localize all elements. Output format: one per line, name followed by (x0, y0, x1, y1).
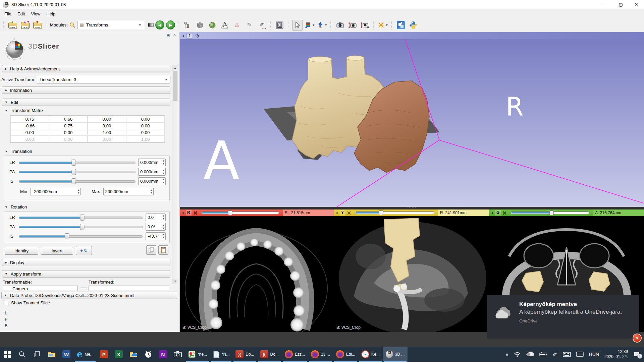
spinner-arrows-icon[interactable]: ▲▼ (162, 233, 165, 239)
min-spinbox[interactable]: -200.000mm▲▼ (31, 188, 81, 195)
yellow-slice-image[interactable]: B: VCS_Crop (334, 216, 489, 332)
matrix-cell[interactable]: 0.00 (88, 116, 126, 122)
transform-matrix-table[interactable]: 0.75 0.66 0.00 0.00 -0.66 0.75 0.00 0.00… (10, 115, 165, 143)
transform-matrix-group[interactable]: ▼ Transform Matrix (5, 108, 44, 113)
extensions-manager-button[interactable] (395, 20, 406, 31)
translation-lr-spinbox[interactable]: 0.000mm▲▼ (138, 159, 166, 166)
slice-pane-red[interactable]: ◄ R S: -21.815mm B: VCS_Cro (180, 209, 334, 332)
matrix-cell[interactable]: 1.00 (88, 129, 126, 136)
pin-icon[interactable]: ◄ (181, 211, 184, 215)
minimize-button[interactable]: — (598, 0, 613, 9)
close-button[interactable]: ✕ (629, 0, 644, 9)
panel-scrollbar[interactable]: ▲ ▼ (172, 65, 178, 284)
modules-history-icon[interactable] (148, 23, 154, 27)
spinner-arrows-icon[interactable]: ▲▼ (77, 188, 80, 194)
spinner-arrows-icon[interactable]: ▲▼ (150, 188, 153, 194)
paste-transform-button[interactable] (158, 245, 168, 255)
rotation-is-slider[interactable] (19, 233, 143, 239)
matrix-cell[interactable]: 0.00 (10, 129, 49, 136)
models-module-button[interactable] (207, 20, 218, 31)
start-button[interactable] (0, 347, 15, 362)
matrix-cell[interactable]: 0.75 (49, 122, 88, 129)
capture-view-button[interactable] (335, 20, 345, 31)
menu-file[interactable]: File (1, 10, 14, 17)
red-slice-offset-slider[interactable] (201, 210, 279, 215)
tray-chevron-icon[interactable]: ∧ (505, 352, 509, 357)
notepad-window-button[interactable]: *N... (210, 347, 232, 362)
spinner-arrows-icon[interactable]: ▲▼ (162, 169, 165, 175)
display-section[interactable]: ▶ Display (2, 259, 170, 266)
task-view-button[interactable] (30, 347, 44, 362)
apply-transform-section[interactable]: ▼ Apply transform (2, 270, 170, 278)
touch-keyboard-icon[interactable] (563, 352, 571, 357)
invert-button[interactable]: Invert (41, 247, 73, 255)
matrix-cell[interactable]: -0.66 (10, 122, 49, 129)
pin-icon[interactable]: ◄ (181, 34, 184, 38)
module-search-icon[interactable] (69, 22, 75, 28)
data-probe-section[interactable]: ▼ Data Probe: D:/Downloads/Varga Csill..… (1, 292, 177, 299)
firefox-window-button-2[interactable]: 13 ... (308, 347, 333, 362)
powerpoint-button[interactable]: P (97, 347, 111, 362)
markups-module-button[interactable]: ✳✳✳ (232, 20, 243, 31)
spinner-arrows-icon[interactable]: ▲▼ (162, 159, 165, 165)
spinner-arrows-icon[interactable]: ▲▼ (162, 178, 165, 184)
translation-is-spinbox[interactable]: 0.000mm▲▼ (138, 177, 166, 185)
scroll-up-icon[interactable]: ▲ (172, 65, 178, 70)
onenote-button[interactable]: N (156, 347, 170, 362)
transformed-list[interactable] (89, 286, 169, 291)
transformable-list[interactable]: Camera (3, 286, 78, 291)
active-transform-selector[interactable]: LinearTransform_3 ▼ (37, 76, 170, 83)
capture-settings-button[interactable] (360, 20, 370, 31)
matrix-cell[interactable]: 0.00 (126, 122, 165, 129)
wifi-icon[interactable] (514, 352, 521, 357)
translation-is-slider[interactable] (19, 178, 136, 184)
window-level-tool-button[interactable]: ▼ (305, 20, 315, 31)
view3d-viewport[interactable]: A R (180, 39, 644, 207)
scrollbar-thumb[interactable] (173, 71, 177, 101)
show-module-finder-button[interactable] (182, 20, 193, 31)
battery-icon[interactable] (539, 352, 547, 357)
edit-section[interactable]: ▼ Edit (2, 99, 170, 106)
volumes-module-button[interactable] (195, 20, 205, 31)
slicer-window-button[interactable]: 3D ... (383, 347, 408, 362)
place-markup-button[interactable]: ▼ (317, 20, 328, 31)
translation-group[interactable]: ▼ Translation (5, 149, 32, 154)
onedrive-notification[interactable]: Képernyőkép mentve A képernyőkép felkerü… (487, 295, 639, 339)
firefox-window-button-1[interactable]: Ezz... (282, 347, 308, 362)
translation-pa-spinbox[interactable]: 0.000mm▲▼ (138, 168, 166, 176)
matrix-cell[interactable]: 0.66 (49, 116, 88, 122)
capture-sequence-button[interactable] (347, 20, 358, 31)
excel-button[interactable]: X (111, 347, 126, 362)
annotation-tool-button[interactable]: ✐ ●●● (257, 20, 267, 31)
yellow-slice-bar[interactable]: ◄ Y R: 241.901mm (334, 209, 489, 216)
save-button[interactable]: ▼SAVE (32, 20, 43, 31)
onedrive-tray-icon[interactable] (526, 352, 534, 357)
information-section[interactable]: ▶ Information (2, 86, 170, 94)
capture-close-button[interactable]: ✕ (633, 334, 642, 343)
python-console-button[interactable] (408, 20, 419, 31)
matrix-cell[interactable]: 0.00 (88, 122, 126, 129)
rotation-group[interactable]: ▼ Rotation (5, 204, 27, 209)
translation-pa-slider[interactable] (19, 169, 136, 175)
action-center-button[interactable]: 1 (633, 351, 640, 357)
rotation-is-spinbox[interactable]: -43.7°▲▼ (146, 232, 166, 240)
slice-pane-yellow[interactable]: ◄ Y R: 241.901mm B: VCS_Crop (334, 209, 489, 332)
translation-lr-slider[interactable] (19, 160, 136, 166)
rotation-lr-slider[interactable] (19, 215, 143, 221)
rotation-pa-slider[interactable] (19, 224, 143, 230)
pen-icon[interactable]: ✐ (552, 351, 558, 358)
screenshot-button[interactable] (274, 20, 285, 31)
view3d-center-icon[interactable] (195, 34, 200, 38)
matrix-cell[interactable]: 0.00 (126, 129, 165, 136)
slice-menu-icon[interactable] (502, 211, 507, 215)
load-data-button[interactable]: ▲DATA (7, 20, 18, 31)
touchpad-icon[interactable] (576, 352, 584, 357)
mesh-module-button[interactable] (219, 20, 230, 31)
slice-menu-icon[interactable] (193, 211, 198, 215)
file-explorer-button[interactable] (44, 347, 59, 362)
red-slice-image[interactable]: B: VCS_Crop (180, 216, 334, 332)
firefox-window-button-3[interactable]: Edi... (333, 347, 358, 362)
pin-icon[interactable]: ◄ (335, 211, 338, 215)
close-panel-icon[interactable]: ✕ (173, 33, 176, 37)
spinner-arrows-icon[interactable]: ▲▼ (162, 214, 165, 220)
